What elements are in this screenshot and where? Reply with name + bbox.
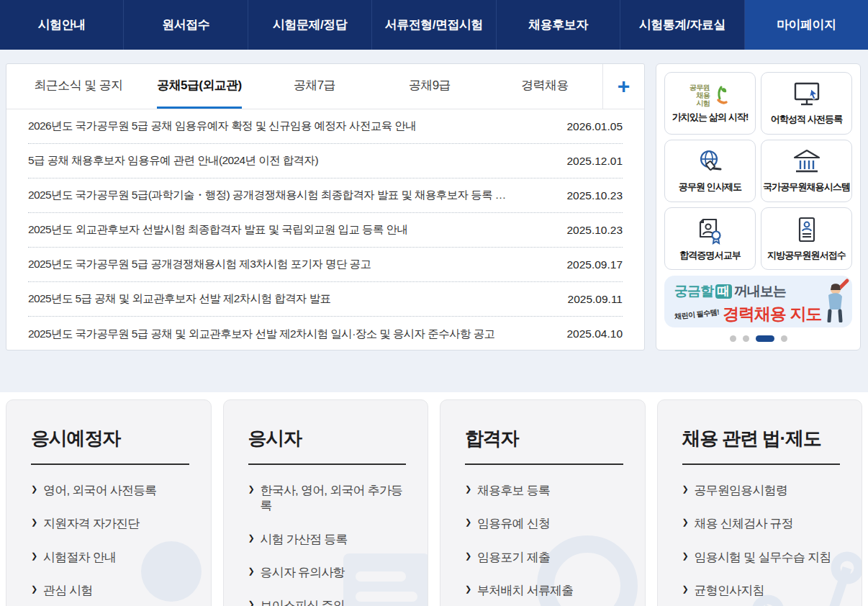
expand-plus-icon[interactable]: + xyxy=(602,64,644,109)
chevron-right-icon: ❯ xyxy=(31,584,37,594)
quick-link-recruit-system[interactable]: 국가공무원채용시스템 xyxy=(761,140,852,202)
card-link[interactable]: ❯임용시험 및 실무수습 지침 xyxy=(682,550,841,565)
card-link[interactable]: ❯관심 시험 xyxy=(31,583,189,598)
card-link[interactable]: ❯균형인사지침 xyxy=(682,583,841,598)
card-recruit-law-system: 채용 관련 법·제도 ❯공무원임용시험령 ❯채용 신체검사 규정 ❯임용시험 및… xyxy=(657,399,863,606)
card-title: 응시예정자 xyxy=(31,426,189,451)
carousel-dot-active[interactable] xyxy=(756,335,774,342)
news-tab-bar: 최근소식 및 공지 공채5급(외교관) 공채7급 공채9급 경력채용 + xyxy=(6,64,644,109)
news-date: 2025.10.23 xyxy=(566,189,623,202)
chevron-right-icon: ❯ xyxy=(31,484,37,494)
news-row[interactable]: 2025년도 5급 공채 및 외교관후보자 선발 제2차시험 합격자 발표 20… xyxy=(28,282,623,317)
nav-item-candidates[interactable]: 채용후보자 xyxy=(496,0,620,50)
news-panel: 최근소식 및 공지 공채5급(외교관) 공채7급 공채9급 경력채용 + 202… xyxy=(6,63,645,351)
quick-links-sidebar: 공무원 채용 시험 가치있는 삶의 시작! xyxy=(656,63,861,351)
globe-gavel-icon xyxy=(695,148,726,177)
card-link[interactable]: ❯채용후보 등록 xyxy=(465,483,623,498)
news-date: 2025.12.01 xyxy=(566,155,623,168)
card-link[interactable]: ❯공무원임용시험령 xyxy=(682,483,841,498)
news-title: 2026년도 국가공무원 5급 공채 임용유예자 확정 및 신규임용 예정자 사… xyxy=(28,119,566,134)
chevron-right-icon: ❯ xyxy=(465,517,471,528)
top-section: 최근소식 및 공지 공채5급(외교관) 공채7급 공채9급 경력채용 + 202… xyxy=(0,50,868,392)
quick-link-gosi-home[interactable]: 공무원 채용 시험 가치있는 삶의 시작! xyxy=(664,72,756,135)
chevron-right-icon: ❯ xyxy=(465,584,471,594)
tab-career-recruit[interactable]: 경력채용 xyxy=(487,64,602,109)
chevron-right-icon: ❯ xyxy=(682,484,688,494)
certificate-ribbon-icon xyxy=(695,215,726,245)
news-row[interactable]: 2025년도 국가공무원 5급 공채 및 외교관후보자 선발 제2차시험 일시·… xyxy=(28,317,623,351)
card-link[interactable]: ❯응시자 유의사항 xyxy=(248,565,407,580)
monitor-cursor-icon xyxy=(791,81,823,109)
news-list: 2026년도 국가공무원 5급 공채 임용유예자 확정 및 신규임용 예정자 사… xyxy=(6,109,644,351)
news-row[interactable]: 2025년도 외교관후보자 선발시험 최종합격자 발표 및 국립외교원 입교 등… xyxy=(28,213,623,248)
banner-scribble: 채린이 필수템! xyxy=(674,307,719,321)
card-link[interactable]: ❯한국사, 영어, 외국어 추가등록 xyxy=(248,483,407,514)
card-link[interactable]: ❯임용포기 제출 xyxy=(465,550,623,565)
career-recruit-map-banner[interactable]: 궁금할 때 꺼내보는 채린이 필수템! 경력채용 지도 xyxy=(664,276,852,327)
news-date: 2025.04.10 xyxy=(566,327,623,340)
news-date: 2025.10.23 xyxy=(566,224,623,237)
news-row[interactable]: 2025년도 국가공무원 5급(과학기술・행정) 공개경쟁채용시험 최종합격자 … xyxy=(28,178,623,213)
news-date: 2026.01.05 xyxy=(566,120,623,133)
carousel-dot[interactable] xyxy=(730,335,736,342)
news-title: 2025년도 외교관후보자 선발시험 최종합격자 발표 및 국립외교원 입교 등… xyxy=(28,222,566,238)
card-link[interactable]: ❯채용 신체검사 규정 xyxy=(682,516,841,531)
news-date: 2025.09.11 xyxy=(568,293,623,306)
quick-link-language-score[interactable]: 어학성적 사전등록 xyxy=(761,72,852,135)
main-nav: 시험안내 원서접수 시험문제/정답 서류전형/면접시험 채용후보자 시험통계/자… xyxy=(0,0,868,50)
news-title: 2025년도 국가공무원 5급(과학기술・행정) 공개경쟁채용시험 최종합격자 … xyxy=(28,188,566,203)
chevron-right-icon: ❯ xyxy=(682,584,688,594)
chevron-right-icon: ❯ xyxy=(31,551,37,561)
news-title: 5급 공채 채용후보자 임용유예 관련 안내(2024년 이전 합격자) xyxy=(28,153,566,168)
news-row[interactable]: 5급 공채 채용후보자 임용유예 관련 안내(2024년 이전 합격자) 202… xyxy=(28,144,623,178)
chevron-right-icon: ❯ xyxy=(248,533,254,543)
card-title: 채용 관련 법·제도 xyxy=(682,426,841,451)
chevron-right-icon: ❯ xyxy=(248,484,254,494)
banner-person-illustration-icon xyxy=(818,278,850,322)
carousel-dot[interactable] xyxy=(781,335,787,342)
card-divider xyxy=(31,463,189,465)
news-title: 2025년도 5급 공채 및 외교관후보자 선발 제2차시험 합격자 발표 xyxy=(28,291,568,307)
chevron-right-icon: ❯ xyxy=(248,566,254,576)
tab-grade7[interactable]: 공채7급 xyxy=(257,64,372,109)
chevron-right-icon: ❯ xyxy=(682,551,688,561)
nav-item-document-interview[interactable]: 서류전형/면접시험 xyxy=(371,0,495,50)
role-cards-section: 응시예정자 ❯영어, 외국어 사전등록 ❯지원자격 자가진단 ❯시험절차 안내 … xyxy=(0,392,868,606)
nav-item-questions-answers[interactable]: 시험문제/정답 xyxy=(248,0,371,50)
card-divider xyxy=(682,463,841,465)
card-link[interactable]: ❯임용유예 신청 xyxy=(465,516,623,531)
tab-grade9[interactable]: 공채9급 xyxy=(372,64,487,109)
chevron-right-icon: ❯ xyxy=(31,517,37,528)
quick-link-local-application[interactable]: 지방공무원원서접수 xyxy=(761,207,852,270)
card-link[interactable]: ❯보이스피싱 주의 xyxy=(248,598,407,606)
news-title: 2025년도 국가공무원 5급 공개경쟁채용시험 제3차시험 포기자 명단 공고 xyxy=(28,257,566,272)
tab-grade5-diplomat[interactable]: 공채5급(외교관) xyxy=(142,64,257,109)
card-link[interactable]: ❯부처배치 서류제출 xyxy=(465,583,623,598)
tab-recent-news[interactable]: 최근소식 및 공지 xyxy=(15,64,142,109)
quick-link-personnel-system[interactable]: 공무원 인사제도 xyxy=(664,140,756,202)
card-applicants: 응시자 ❯한국사, 영어, 외국어 추가등록 ❯시험 가산점 등록 ❯응시자 유… xyxy=(223,399,429,606)
card-divider xyxy=(465,463,623,465)
carousel-dot[interactable] xyxy=(743,335,749,342)
nav-item-application[interactable]: 원서접수 xyxy=(123,0,247,50)
card-link[interactable]: ❯영어, 외국어 사전등록 xyxy=(31,483,189,498)
nav-item-mypage[interactable]: 마이페이지 xyxy=(744,0,868,50)
banner-carousel-dots xyxy=(664,335,852,342)
nav-item-exam-guide[interactable]: 시험안내 xyxy=(0,0,123,50)
news-row[interactable]: 2026년도 국가공무원 5급 공채 임용유예자 확정 및 신규임용 예정자 사… xyxy=(28,109,623,144)
document-person-icon xyxy=(791,215,823,245)
card-prospective-applicants: 응시예정자 ❯영어, 외국어 사전등록 ❯지원자격 자가진단 ❯시험절차 안내 … xyxy=(6,399,212,606)
card-link[interactable]: ❯시험절차 안내 xyxy=(31,550,189,565)
card-link[interactable]: ❯지원자격 자가진단 xyxy=(31,516,189,531)
card-link[interactable]: ❯시험 가산점 등록 xyxy=(248,532,407,547)
bank-building-icon xyxy=(791,148,823,177)
card-divider xyxy=(248,463,407,465)
chevron-right-icon: ❯ xyxy=(682,517,688,528)
quick-link-pass-certificate[interactable]: 합격증명서교부 xyxy=(664,207,756,270)
news-title: 2025년도 국가공무원 5급 공채 및 외교관후보자 선발 제2차시험 일시·… xyxy=(28,327,566,342)
news-row[interactable]: 2025년도 국가공무원 5급 공개경쟁채용시험 제3차시험 포기자 명단 공고… xyxy=(28,248,623,282)
nav-item-statistics[interactable]: 시험통계/자료실 xyxy=(620,0,743,50)
banner-title: 경력채용 지도 xyxy=(723,303,821,325)
card-title: 합격자 xyxy=(465,426,623,451)
news-date: 2025.09.17 xyxy=(566,258,623,271)
